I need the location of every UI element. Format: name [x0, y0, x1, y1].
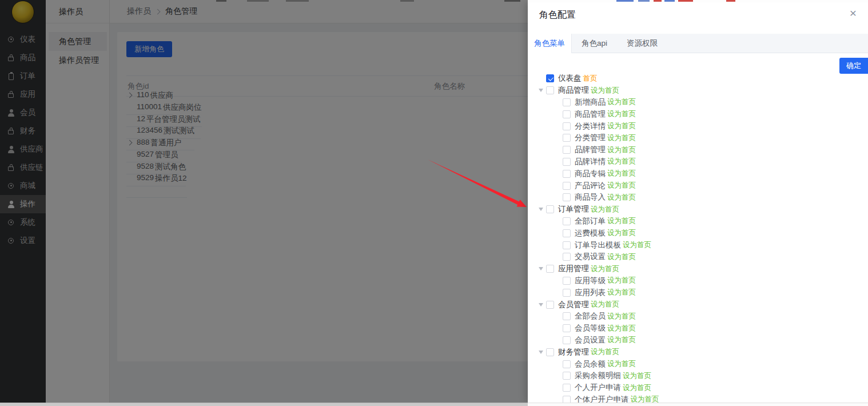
tree-item: 采购余额明细 设为首页 [555, 370, 868, 382]
tree-checkbox[interactable] [563, 289, 571, 297]
tree-checkbox[interactable] [563, 217, 571, 225]
role-config-drawer: 角色配置 角色菜单 角色api 资源权限 确定 [528, 2, 868, 403]
tree-expand-caret-icon[interactable] [539, 351, 543, 354]
tree-item: 运费模板 设为首页 [555, 227, 868, 239]
tree-checkbox[interactable] [546, 265, 554, 273]
tree-checkbox[interactable] [563, 253, 571, 261]
drawer-body: 确定 仪表盘 首页 商品管理 设为首页 [528, 53, 868, 403]
set-homepage-link[interactable]: 设为首页 [607, 324, 636, 333]
tree-item: 订单导出模板 设为首页 [555, 239, 868, 251]
tree-checkbox[interactable] [563, 324, 571, 332]
tree-checkbox[interactable] [546, 205, 554, 213]
tree-checkbox[interactable] [546, 86, 554, 94]
set-homepage-link[interactable]: 设为首页 [607, 193, 636, 202]
tree-expand-caret-icon[interactable] [539, 303, 543, 307]
set-homepage-link[interactable]: 设为首页 [607, 133, 636, 143]
tree-checkbox[interactable] [563, 193, 571, 201]
tree-item-label: 新增商品 [575, 97, 606, 108]
tree-checkbox[interactable] [563, 134, 571, 142]
tree-item-label: 商品专辑 [575, 169, 606, 179]
tab[interactable]: 资源权限 [617, 34, 667, 53]
set-homepage-link[interactable]: 设为首页 [607, 276, 636, 285]
tree-expand-caret-icon[interactable] [539, 89, 543, 92]
tree-checkbox[interactable] [563, 122, 571, 130]
set-homepage-link[interactable]: 设为首页 [607, 312, 636, 321]
tree-item-label: 分类详情 [575, 121, 606, 132]
tree-item-label: 应用列表 [575, 288, 606, 298]
tree-checkbox[interactable] [563, 98, 571, 106]
set-homepage-link[interactable]: 设为首页 [607, 359, 636, 369]
tree-item: 分类详情 设为首页 [555, 120, 868, 132]
tree-checkbox[interactable] [563, 182, 571, 190]
tree-expand-caret-icon[interactable] [539, 208, 543, 211]
set-homepage-link[interactable]: 首页 [583, 74, 598, 83]
tree-item: 应用等级 设为首页 [555, 275, 868, 287]
cut-off-top-strip [528, 0, 868, 2]
tree-item: 新增商品 设为首页 [555, 97, 868, 109]
set-homepage-link[interactable]: 设为首页 [623, 383, 651, 393]
tree-checkbox[interactable] [563, 384, 571, 392]
tree-item: 订单管理 设为首页 [538, 204, 868, 216]
tree-checkbox[interactable] [563, 170, 571, 178]
set-homepage-link[interactable]: 设为首页 [591, 264, 619, 274]
tab-label: 角色api [582, 39, 607, 47]
set-homepage-link[interactable]: 设为首页 [607, 228, 636, 238]
tree-checkbox[interactable] [563, 110, 571, 118]
tab[interactable]: 角色菜单 [528, 34, 572, 53]
set-homepage-link[interactable]: 设为首页 [607, 121, 636, 131]
tree-item-label: 会员余额 [575, 359, 606, 369]
tree-item-label: 分类管理 [575, 133, 606, 143]
set-homepage-link[interactable]: 设为首页 [591, 347, 619, 357]
tree-checkbox[interactable] [563, 277, 571, 285]
set-homepage-link[interactable]: 设为首页 [607, 181, 636, 190]
tree-item: 商品管理 设为首页 [555, 108, 868, 120]
set-homepage-link[interactable]: 设为首页 [607, 97, 636, 107]
tree-item: 财务管理 设为首页 [538, 346, 868, 358]
set-homepage-link[interactable]: 设为首页 [607, 288, 636, 297]
tree-item-label: 商品管理 [558, 85, 589, 95]
tree-checkbox[interactable] [563, 360, 571, 368]
tree-checkbox[interactable] [563, 229, 571, 237]
bottom-edge-strip [0, 403, 528, 406]
set-homepage-link[interactable]: 设为首页 [607, 157, 636, 166]
set-homepage-link[interactable]: 设为首页 [591, 86, 619, 95]
drawer-tabs: 角色菜单 角色api 资源权限 [528, 34, 868, 53]
tree-item: 个体户开户申请 设为首页 [555, 394, 868, 403]
set-homepage-link[interactable]: 设为首页 [631, 395, 659, 403]
tree-item-label: 产品评论 [575, 181, 606, 191]
set-homepage-link[interactable]: 设为首页 [607, 335, 636, 345]
tree-checkbox[interactable] [563, 241, 571, 249]
tree-checkbox[interactable] [563, 158, 571, 166]
tab[interactable]: 角色api [572, 34, 617, 53]
set-homepage-link[interactable]: 设为首页 [607, 252, 636, 262]
set-homepage-link[interactable]: 设为首页 [607, 169, 636, 178]
tree-item: 商品导入 设为首页 [555, 192, 868, 204]
tree-checkbox[interactable] [546, 74, 554, 82]
tree-checkbox[interactable] [563, 146, 571, 154]
tree-checkbox[interactable] [546, 348, 554, 356]
tree-checkbox[interactable] [563, 312, 571, 320]
tree-expand-caret-icon[interactable] [539, 267, 543, 270]
tree-item: 交易设置 设为首页 [555, 251, 868, 263]
tree-checkbox[interactable] [563, 372, 571, 380]
set-homepage-link[interactable]: 设为首页 [623, 371, 651, 381]
tree-item-label: 仪表盘 [558, 73, 582, 83]
tree-item: 产品评论 设为首页 [555, 180, 868, 192]
modal-mask [0, 0, 528, 406]
screen: 仪表 商品 订单 应用 会员 [0, 0, 868, 406]
set-homepage-link[interactable]: 设为首页 [607, 145, 636, 155]
set-homepage-link[interactable]: 设为首页 [607, 109, 636, 119]
set-homepage-link[interactable]: 设为首页 [591, 205, 619, 214]
bottom-edge-strip [528, 403, 868, 406]
tree-item-label: 品牌管理 [575, 145, 606, 155]
set-homepage-link[interactable]: 设为首页 [607, 216, 636, 226]
tree-item: 会员管理 设为首页 [538, 298, 868, 311]
tree-item-label: 运费模板 [575, 228, 606, 238]
tree-checkbox[interactable] [546, 301, 554, 309]
confirm-button[interactable]: 确定 [839, 58, 868, 74]
tree-checkbox[interactable] [563, 336, 571, 344]
set-homepage-link[interactable]: 设为首页 [591, 300, 619, 309]
tree-item: 全部订单 设为首页 [555, 216, 868, 228]
set-homepage-link[interactable]: 设为首页 [623, 240, 651, 250]
close-icon[interactable] [845, 6, 861, 22]
